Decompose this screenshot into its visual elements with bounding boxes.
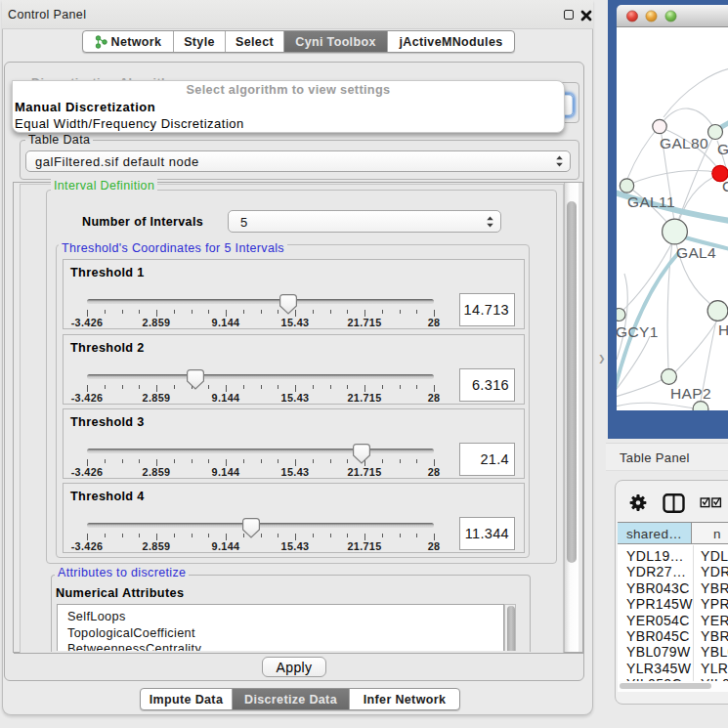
svg-text:C: C — [722, 178, 728, 194]
svg-text:GAL11: GAL11 — [627, 193, 675, 210]
svg-text:GA: GA — [717, 141, 728, 157]
svg-text:H: H — [718, 321, 728, 338]
svg-text:HAP2: HAP2 — [670, 385, 711, 402]
svg-text:GAL4: GAL4 — [676, 244, 716, 261]
svg-text:GAL80: GAL80 — [660, 135, 708, 151]
svg-text:GCY1: GCY1 — [617, 323, 659, 340]
